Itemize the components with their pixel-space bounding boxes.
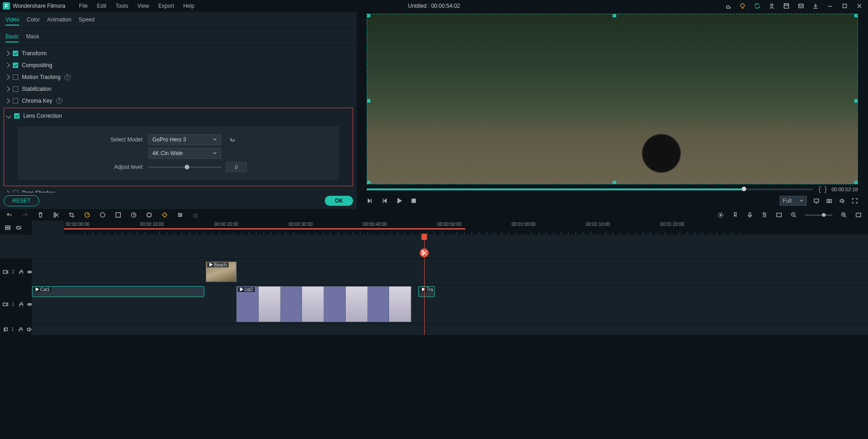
- zoom-fit-icon[interactable]: [855, 212, 862, 218]
- color-icon[interactable]: [99, 212, 106, 218]
- checkbox-drop-shadow[interactable]: [13, 190, 18, 193]
- clip-cat1[interactable]: Cat1: [32, 286, 204, 297]
- subtab-mask[interactable]: Mask: [26, 31, 39, 42]
- section-drop-shadow[interactable]: Drop Shadow: [3, 187, 354, 193]
- section-lens-correction[interactable]: Lens Correction: [4, 110, 353, 122]
- fullscreen-icon[interactable]: [852, 198, 858, 204]
- account-icon[interactable]: [769, 3, 775, 9]
- tab-speed[interactable]: Speed: [79, 15, 95, 26]
- adjust-level-value[interactable]: 0: [226, 162, 247, 172]
- checkbox-compositing[interactable]: [13, 63, 18, 68]
- subtab-basic[interactable]: Basic: [5, 31, 19, 42]
- play-icon[interactable]: [396, 198, 402, 204]
- timeline-view-icon[interactable]: [5, 225, 11, 231]
- resize-handle[interactable]: [854, 99, 858, 103]
- tips-icon[interactable]: [739, 3, 746, 9]
- green-screen-icon[interactable]: [115, 212, 121, 218]
- menu-help[interactable]: Help: [179, 3, 199, 9]
- resize-handle[interactable]: [613, 181, 616, 184]
- help-icon[interactable]: ?: [56, 98, 62, 104]
- frame-back-icon[interactable]: [367, 198, 373, 204]
- redo-icon[interactable]: [22, 212, 28, 218]
- section-transform[interactable]: Transform: [3, 47, 354, 59]
- mute-icon[interactable]: [26, 327, 31, 332]
- menu-edit[interactable]: Edit: [93, 3, 111, 9]
- menu-tools[interactable]: Tools: [111, 3, 133, 9]
- save-icon[interactable]: [783, 3, 790, 9]
- snapshot-icon[interactable]: [826, 198, 832, 204]
- adjust-icon[interactable]: [177, 212, 183, 218]
- link-icon[interactable]: [16, 225, 22, 231]
- cut-icon[interactable]: [53, 212, 59, 218]
- close-icon[interactable]: [856, 3, 863, 9]
- lock-icon[interactable]: [18, 327, 23, 332]
- help-icon[interactable]: ?: [64, 74, 71, 80]
- resize-handle[interactable]: [367, 14, 370, 17]
- checkbox-stabilization[interactable]: [13, 86, 18, 92]
- playhead[interactable]: [424, 235, 425, 335]
- resize-handle[interactable]: [367, 181, 370, 184]
- sync-icon[interactable]: [754, 3, 760, 9]
- resize-handle[interactable]: [854, 14, 858, 17]
- delete-icon[interactable]: [37, 212, 44, 218]
- section-stabilization[interactable]: Stabilization: [3, 83, 354, 95]
- undo-icon[interactable]: [6, 212, 13, 218]
- cloud-icon[interactable]: [725, 3, 731, 9]
- resize-handle[interactable]: [613, 14, 616, 17]
- tab-color[interactable]: Color: [26, 15, 40, 26]
- crop-icon[interactable]: [68, 212, 75, 218]
- tab-video[interactable]: Video: [5, 15, 19, 26]
- preview-scrub-bar[interactable]: { } 00:00:52:18: [367, 185, 858, 193]
- lock-icon[interactable]: [18, 269, 23, 274]
- checkbox-chroma-key[interactable]: [13, 98, 18, 104]
- zoom-out-icon[interactable]: [790, 212, 797, 218]
- display-icon[interactable]: [813, 198, 820, 204]
- ok-button[interactable]: OK: [325, 196, 353, 206]
- timeline-ruler[interactable]: 00:00:00:0000:00:10:0000:00:20:0000:00:3…: [64, 221, 868, 235]
- record-voice-icon[interactable]: [747, 212, 753, 218]
- resize-handle[interactable]: [367, 99, 370, 103]
- clip-tra[interactable]: Tra: [418, 286, 435, 297]
- audio-mixer-icon[interactable]: [761, 212, 768, 218]
- minimize-icon[interactable]: [827, 3, 833, 9]
- checkbox-lens-correction[interactable]: [14, 113, 20, 119]
- preview-quality-select[interactable]: Full: [780, 196, 807, 206]
- tab-animation[interactable]: Animation: [47, 15, 71, 26]
- visible-icon[interactable]: [27, 302, 32, 307]
- preview-canvas[interactable]: [367, 14, 858, 184]
- select-mode-dropdown[interactable]: 4K Cin Wide: [148, 148, 221, 159]
- motion-tracking-icon[interactable]: [146, 212, 152, 218]
- visible-icon[interactable]: [27, 269, 32, 274]
- adjust-level-slider[interactable]: [148, 167, 221, 168]
- zoom-slider[interactable]: [805, 214, 832, 216]
- download-icon[interactable]: [812, 3, 819, 9]
- checkbox-motion-tracking[interactable]: [13, 74, 18, 80]
- render-preview-icon[interactable]: [717, 212, 724, 218]
- stop-icon[interactable]: [411, 198, 417, 204]
- section-chroma-key[interactable]: Chroma Key ?: [3, 95, 354, 107]
- section-motion-tracking[interactable]: Motion Tracking ?: [3, 71, 354, 83]
- reset-button[interactable]: RESET: [4, 195, 39, 206]
- menu-view[interactable]: View: [133, 3, 154, 9]
- split-scissors-icon[interactable]: [420, 248, 429, 257]
- volume-icon[interactable]: [839, 198, 845, 204]
- menu-file[interactable]: File: [74, 3, 92, 9]
- mark-out-icon[interactable]: }: [825, 185, 827, 193]
- zoom-in-icon[interactable]: [841, 212, 847, 218]
- checkbox-transform[interactable]: [13, 51, 18, 56]
- lock-icon[interactable]: [18, 302, 23, 307]
- select-model-dropdown[interactable]: GoPro Hero 3: [148, 134, 221, 145]
- audio-detach-icon[interactable]: [192, 212, 199, 218]
- marker-icon[interactable]: [732, 212, 738, 218]
- keyframe-diamond-icon[interactable]: [161, 212, 168, 218]
- keyframe-time-icon[interactable]: [130, 212, 137, 218]
- section-compositing[interactable]: Compositing: [3, 59, 354, 71]
- maximize-icon[interactable]: [842, 3, 848, 9]
- frame-fwd-icon[interactable]: [381, 198, 388, 204]
- speed-icon[interactable]: [84, 212, 90, 218]
- clip-beach[interactable]: Beach: [206, 261, 237, 282]
- reset-icon[interactable]: [229, 136, 236, 143]
- resize-handle[interactable]: [854, 181, 858, 184]
- mark-in-icon[interactable]: {: [818, 185, 821, 193]
- clip-cat2[interactable]: cat2: [236, 286, 411, 322]
